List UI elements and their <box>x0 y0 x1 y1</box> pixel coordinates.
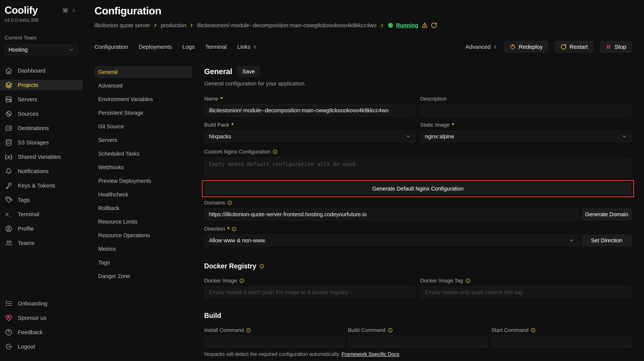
sidebar-item-profile[interactable]: Profile <box>0 223 82 234</box>
domains-label: Domains <box>204 200 225 206</box>
tab-configuration[interactable]: Configuration <box>94 44 128 50</box>
sidebar-item-sources[interactable]: Sources <box>0 109 82 119</box>
theme-sun-icon[interactable] <box>62 7 68 14</box>
description-input[interactable] <box>420 105 632 116</box>
sidebar-item-label: Teams <box>18 240 34 246</box>
sidebar-item-servers[interactable]: Servers <box>0 94 82 105</box>
save-button[interactable]: Save <box>237 66 260 77</box>
sidebar-item-terminal[interactable]: >_ Terminal <box>0 209 82 220</box>
tab-label: Configuration <box>94 44 128 50</box>
subnav-item-preview-deployments[interactable]: Preview Deployments <box>94 175 192 187</box>
subnav-item-servers[interactable]: Servers <box>94 134 192 146</box>
tab-terminal[interactable]: Terminal <box>205 44 227 50</box>
sidebar-item-s3-storages[interactable]: S3 Storages <box>0 137 82 148</box>
docker-image-input[interactable] <box>204 286 416 298</box>
sidebar-item-shared-variables[interactable]: (x) Shared Variables <box>0 152 82 162</box>
sidebar-item-label: Onboarding <box>18 300 48 307</box>
tab-deployments[interactable]: Deployments <box>138 44 172 50</box>
sidebar-item-sponsor-us[interactable]: Sponsor us <box>0 313 82 323</box>
subnav-item-metrics[interactable]: Metrics <box>94 243 192 255</box>
advanced-dropdown[interactable]: Advanced <box>465 44 497 50</box>
status-running-link[interactable]: Running <box>396 22 418 29</box>
sidebar-item-label: S3 Storages <box>18 139 49 146</box>
tab-label: Links <box>237 44 250 50</box>
static-image-select[interactable]: nginx:alpine <box>420 131 632 142</box>
subnav-item-label: Persistent Storage <box>98 110 143 116</box>
sidebar-item-label: Feedback <box>18 329 43 335</box>
stop-button[interactable]: Stop <box>600 41 632 53</box>
breadcrumb-item-illicitestonion-module-decomposition-main-cwwg8ckoookooo4k8kkcc4wo[interactable]: illicitestonion/-module--decomposition:m… <box>197 22 376 29</box>
subnav-item-advanced[interactable]: Advanced <box>94 80 192 92</box>
tab-links[interactable]: Links <box>237 44 257 50</box>
build-command-input[interactable] <box>348 336 488 347</box>
direction-label: Direction <box>204 226 225 232</box>
theme-selector-chevrons-icon[interactable] <box>71 8 76 13</box>
info-icon[interactable] <box>272 149 278 154</box>
subnav-item-scheduled-tasks[interactable]: Scheduled Tasks <box>94 148 192 160</box>
sidebar-item-onboarding[interactable]: Onboarding <box>0 298 82 309</box>
subnav-item-label: Advanced <box>98 83 122 89</box>
warning-icon[interactable] <box>421 22 428 29</box>
subnav-item-label: Scheduled Tasks <box>98 151 140 157</box>
set-direction-button[interactable]: Set Direction <box>582 235 632 246</box>
info-icon[interactable] <box>246 328 251 333</box>
generate-nginx-button[interactable]: Generate Default Nginx Configuration <box>205 183 631 194</box>
framework-docs-link[interactable]: Framework Specific Docs <box>342 351 399 357</box>
sidebar-item-label: Keys & Tokens <box>18 182 55 189</box>
breadcrumb-item-production[interactable]: production <box>161 22 197 29</box>
logout-icon <box>5 343 12 350</box>
subnav-item-general[interactable]: General <box>94 66 192 78</box>
sidebar-item-feedback[interactable]: Feedback <box>0 327 82 337</box>
chevrons-up-down-icon <box>492 45 498 49</box>
info-icon[interactable] <box>232 226 237 231</box>
info-icon[interactable] <box>227 200 232 205</box>
docker-image-tag-input[interactable] <box>420 286 632 298</box>
subnav-item-tags[interactable]: Tags <box>94 257 192 268</box>
name-label: Name <box>204 96 218 102</box>
start-command-input[interactable] <box>492 336 632 347</box>
sidebar-item-notifications[interactable]: Notifications <box>0 166 82 177</box>
subnav-item-label: Webhooks <box>98 164 124 170</box>
restart-icon <box>560 44 566 50</box>
breadcrumb-item-illicitonion-quote-server[interactable]: illicitonion quote server <box>94 22 161 29</box>
chevron-down-icon <box>405 134 411 139</box>
subnav-item-persistent-storage[interactable]: Persistent Storage <box>94 107 192 119</box>
restart-button[interactable]: Restart <box>555 41 594 53</box>
info-icon[interactable] <box>259 264 264 269</box>
sidebar-item-label: Sponsor us <box>18 315 46 321</box>
generate-domain-button[interactable]: Generate Domain <box>582 208 632 220</box>
breadcrumb-separator-icon <box>380 23 385 28</box>
sidebar-item-tags[interactable]: Tags <box>0 195 82 205</box>
sidebar-item-keys-tokens[interactable]: Keys & Tokens <box>0 180 82 191</box>
refresh-status-icon[interactable] <box>431 22 437 29</box>
sidebar-item-projects[interactable]: Projects <box>0 80 82 90</box>
team-select[interactable]: Hosting <box>4 44 78 55</box>
sidebar-item-destinations[interactable]: Destinations <box>0 123 82 133</box>
custom-nginx-textarea[interactable] <box>204 157 632 177</box>
subnav-item-webhooks[interactable]: Webhooks <box>94 161 192 173</box>
subnav-item-danger-zone[interactable]: Danger Zone <box>94 270 192 282</box>
domains-input[interactable] <box>204 208 579 220</box>
sidebar-item-label: Terminal <box>18 211 39 218</box>
sidebar-item-dashboard[interactable]: Dashboard <box>0 65 82 76</box>
docker-registry-heading: Docker Registry <box>204 262 256 270</box>
subnav-item-environment-variables[interactable]: Environment Variables <box>94 93 192 105</box>
info-icon[interactable] <box>239 278 244 283</box>
name-input[interactable] <box>204 105 416 116</box>
install-command-input[interactable] <box>204 336 344 347</box>
subnav-item-git-source[interactable]: Git Source <box>94 121 192 132</box>
breadcrumb-item-label: illicitonion quote server <box>94 22 150 29</box>
tab-logs[interactable]: Logs <box>182 44 195 50</box>
sidebar-item-teams[interactable]: Teams <box>0 238 82 248</box>
subnav-item-healthcheck[interactable]: Healthcheck <box>94 189 192 200</box>
subnav-item-resource-operations[interactable]: Resource Operations <box>94 229 192 241</box>
direction-select[interactable]: Allow www & non-www. <box>204 235 579 246</box>
sidebar-item-logout[interactable]: Logout <box>0 341 82 352</box>
info-icon[interactable] <box>388 328 393 333</box>
info-icon[interactable] <box>531 328 536 333</box>
info-icon[interactable] <box>465 278 470 283</box>
build-pack-select[interactable]: Nixpacks <box>204 131 416 142</box>
subnav-item-rollback[interactable]: Rollback <box>94 202 192 214</box>
subnav-item-resource-limits[interactable]: Resource Limits <box>94 216 192 228</box>
redeploy-button[interactable]: Redeploy <box>504 41 548 53</box>
